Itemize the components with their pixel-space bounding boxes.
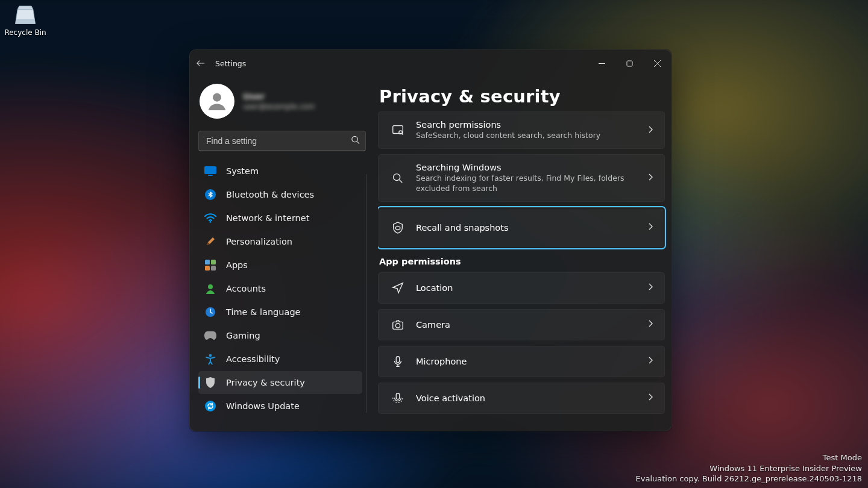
svg-point-14 xyxy=(205,401,216,411)
accounts-icon xyxy=(204,283,216,295)
search-input[interactable] xyxy=(198,131,366,151)
setting-camera[interactable]: Camera xyxy=(378,309,665,340)
arrow-left-icon xyxy=(197,59,205,67)
svg-point-6 xyxy=(210,221,212,223)
sidebar-item-label: Time & language xyxy=(226,307,301,317)
section-header-app-permissions: App permissions xyxy=(379,257,665,266)
maximize-icon xyxy=(626,60,633,67)
sidebar-item-label: Accounts xyxy=(226,284,266,293)
system-icon xyxy=(204,165,216,177)
sidebar-item-gaming[interactable]: Gaming xyxy=(198,324,362,347)
sidebar-item-label: Gaming xyxy=(226,331,260,340)
window-close-button[interactable] xyxy=(643,54,671,73)
recycle-bin-label: Recycle Bin xyxy=(4,28,46,37)
sidebar-item-accessibility[interactable]: Accessibility xyxy=(198,348,362,371)
svg-rect-0 xyxy=(627,61,632,66)
sidebar-item-system[interactable]: System xyxy=(198,160,362,183)
minimize-icon xyxy=(599,60,605,67)
svg-rect-10 xyxy=(211,266,216,271)
sidebar-item-apps[interactable]: Apps xyxy=(198,254,362,277)
titlebar: Settings xyxy=(190,50,671,77)
sidebar-item-label: Windows Update xyxy=(226,401,300,411)
paintbrush-icon xyxy=(204,236,216,248)
svg-point-17 xyxy=(394,174,400,180)
svg-rect-9 xyxy=(205,266,210,271)
setting-title: Recall and snapshots xyxy=(416,223,635,233)
sidebar-item-label: Bluetooth & devices xyxy=(226,190,314,199)
sidebar-item-personalization[interactable]: Personalization xyxy=(198,230,362,253)
shield-icon xyxy=(204,377,216,389)
svg-rect-20 xyxy=(396,357,400,363)
microphone-icon xyxy=(391,354,405,369)
svg-rect-15 xyxy=(393,126,403,134)
svg-point-2 xyxy=(352,136,357,142)
sidebar-item-label: Apps xyxy=(226,260,248,270)
sidebar-item-network[interactable]: Network & internet xyxy=(198,207,362,230)
account-header[interactable]: User user@example.com xyxy=(198,83,366,127)
avatar xyxy=(200,84,234,119)
setting-title: Voice activation xyxy=(416,393,635,403)
setting-search-permissions[interactable]: Search permissions SafeSearch, cloud con… xyxy=(378,111,665,149)
desktop-watermark: Test Mode Windows 11 Enterprise Insider … xyxy=(636,452,862,484)
search-box[interactable] xyxy=(198,131,366,151)
svg-rect-4 xyxy=(208,175,213,176)
chevron-right-icon xyxy=(646,125,655,136)
update-icon xyxy=(204,400,216,412)
location-icon xyxy=(391,281,405,295)
svg-rect-7 xyxy=(205,260,210,264)
sidebar-item-label: Accessibility xyxy=(226,354,280,364)
voice-activation-icon xyxy=(391,391,405,405)
setting-subtitle: Search indexing for faster results, Find… xyxy=(416,174,635,193)
chevron-right-icon xyxy=(646,222,655,233)
setting-title: Search permissions xyxy=(416,120,635,130)
svg-point-1 xyxy=(213,93,221,102)
sidebar: User user@example.com System xyxy=(190,77,371,431)
setting-recall-snapshots[interactable]: Recall and snapshots xyxy=(378,207,665,248)
bluetooth-icon xyxy=(204,189,216,201)
sidebar-item-label: Personalization xyxy=(226,237,292,246)
svg-point-19 xyxy=(395,323,400,327)
recycle-bin-icon xyxy=(12,1,39,27)
chevron-right-icon xyxy=(646,355,655,367)
page-title: Privacy & security xyxy=(379,86,667,107)
setting-microphone[interactable]: Microphone xyxy=(378,346,665,377)
sidebar-item-windows-update[interactable]: Windows Update xyxy=(198,395,362,418)
window-title: Settings xyxy=(215,59,246,68)
setting-title: Searching Windows xyxy=(416,163,635,172)
accessibility-icon xyxy=(204,353,216,365)
gaming-icon xyxy=(204,330,216,342)
setting-subtitle: SafeSearch, cloud content search, search… xyxy=(416,131,635,140)
setting-voice-activation[interactable]: Voice activation xyxy=(378,383,665,414)
window-maximize-button[interactable] xyxy=(615,54,643,73)
window-minimize-button[interactable] xyxy=(588,54,615,73)
svg-rect-3 xyxy=(204,166,216,174)
sidebar-item-accounts[interactable]: Accounts xyxy=(198,277,362,300)
sidebar-item-bluetooth[interactable]: Bluetooth & devices xyxy=(198,183,362,206)
person-icon xyxy=(205,89,229,113)
svg-rect-21 xyxy=(396,393,400,399)
searching-windows-icon xyxy=(391,171,405,186)
clock-globe-icon xyxy=(204,306,216,318)
camera-icon xyxy=(391,318,405,332)
sidebar-nav: System Bluetooth & devices Network & int… xyxy=(198,160,366,418)
search-icon xyxy=(351,136,360,147)
setting-searching-windows[interactable]: Searching Windows Search indexing for fa… xyxy=(378,154,665,202)
back-button[interactable] xyxy=(190,50,212,77)
close-icon xyxy=(654,60,661,67)
chevron-right-icon xyxy=(646,172,655,184)
setting-location[interactable]: Location xyxy=(378,272,665,304)
content-scroll[interactable]: Search permissions SafeSearch, cloud con… xyxy=(378,111,671,431)
account-name: User xyxy=(243,92,315,101)
apps-icon xyxy=(204,259,216,271)
setting-title: Microphone xyxy=(416,357,635,366)
search-permissions-icon xyxy=(391,123,405,137)
sidebar-item-privacy-security[interactable]: Privacy & security xyxy=(198,371,362,394)
setting-title: Camera xyxy=(416,320,635,330)
svg-point-11 xyxy=(208,284,213,289)
recycle-bin[interactable]: Recycle Bin xyxy=(2,1,48,37)
sidebar-item-label: Network & internet xyxy=(226,213,309,223)
sidebar-item-time-language[interactable]: Time & language xyxy=(198,301,362,324)
sidebar-item-label: Privacy & security xyxy=(226,378,305,387)
main-content: Privacy & security Search permissions Sa… xyxy=(371,77,671,431)
recall-icon xyxy=(391,221,405,235)
